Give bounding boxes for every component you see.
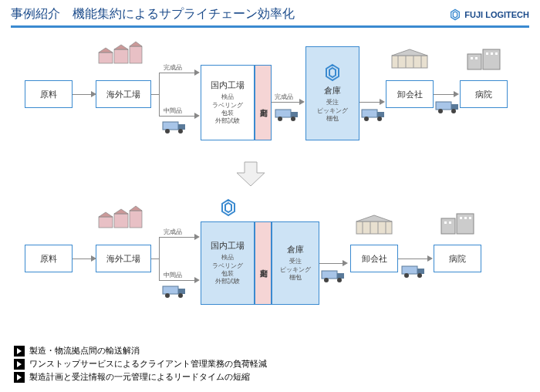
label-warehouse-sub: 受注 ピッキング 梱包 (280, 258, 311, 282)
svg-rect-33 (491, 52, 493, 55)
truck-icon (401, 265, 427, 279)
svg-rect-60 (441, 218, 455, 234)
arrow (159, 280, 194, 281)
fuji-logo-icon (219, 198, 238, 217)
label-warehouse-sub: 受注 ピッキング 梱包 (317, 99, 348, 123)
bullet-text: ワンストップサービスによるクライアント管理業務の負荷軽減 (29, 358, 267, 370)
svg-rect-0 (99, 52, 113, 63)
truck-icon (275, 108, 301, 122)
box-domestic: 国内工場 検品 ラベリング 包装 外部試験 (201, 221, 255, 305)
flow-before: 原料 海外工場 完成品 中間品 国内工場 検品 ラベリング 包装 外部試験 出荷… (11, 34, 529, 161)
svg-rect-29 (483, 49, 500, 69)
label-domestic: 国内工場 (211, 79, 245, 91)
arrow-head (427, 255, 433, 262)
label-warehouse: 倉庫 (287, 244, 304, 255)
svg-rect-65 (464, 217, 467, 219)
svg-rect-42 (163, 286, 178, 294)
svg-rect-47 (337, 273, 344, 279)
bullet-icon (14, 346, 25, 357)
brand-text: FUJI LOGITECH (464, 10, 529, 19)
label-raw: 原料 (40, 89, 57, 100)
arrow-head (380, 99, 385, 105)
down-arrow-icon (235, 161, 266, 188)
svg-point-49 (337, 278, 342, 282)
svg-rect-2 (130, 46, 142, 63)
label-raw: 原料 (40, 253, 57, 265)
box-hospital: 病院 (460, 80, 508, 108)
svg-rect-46 (322, 271, 337, 279)
svg-rect-64 (460, 217, 462, 219)
svg-rect-36 (99, 217, 113, 228)
arrow (151, 94, 159, 95)
box-overseas: 海外工場 (96, 245, 151, 272)
diagram-canvas: 原料 海外工場 完成品 中間品 国内工場 検品 ラベリング 包装 外部試験 出荷… (0, 28, 540, 332)
svg-rect-38 (130, 211, 142, 228)
svg-rect-25 (451, 104, 458, 110)
vline (159, 73, 160, 116)
box-wholesaler: 卸会社 (386, 80, 434, 108)
label-finished2: 完成品 (275, 93, 293, 101)
svg-marker-41 (130, 206, 142, 211)
fuji-logo-icon (449, 8, 461, 21)
label-wholesaler: 卸会社 (362, 253, 387, 265)
header: 事例紹介 機能集約によるサプライチェーン効率化 FUJI LOGITECH (0, 0, 540, 25)
svg-rect-28 (467, 54, 481, 69)
svg-rect-10 (275, 110, 291, 117)
svg-rect-56 (402, 266, 417, 274)
truck-icon (162, 285, 188, 299)
label-overseas: 海外工場 (106, 253, 140, 265)
arrow (73, 259, 91, 259)
arrow (159, 116, 194, 117)
label-intermediate: 中間品 (164, 106, 182, 115)
factory-icon (97, 204, 143, 229)
arrow (73, 94, 91, 95)
svg-marker-4 (114, 45, 128, 49)
svg-rect-32 (486, 52, 488, 55)
svg-rect-62 (444, 221, 447, 224)
svg-marker-5 (130, 42, 142, 46)
svg-rect-37 (114, 214, 128, 228)
svg-rect-14 (362, 110, 377, 117)
arrow-head (454, 91, 459, 97)
svg-rect-24 (436, 102, 451, 110)
svg-rect-18 (392, 56, 427, 68)
box-raw: 原料 (25, 245, 73, 272)
arrow (151, 259, 159, 259)
page-title: 事例紹介 機能集約によるサプライチェーン効率化 (11, 6, 295, 22)
arrow-head (194, 234, 200, 240)
svg-rect-31 (475, 57, 478, 59)
svg-marker-19 (392, 49, 427, 56)
arrow (319, 263, 343, 264)
svg-rect-57 (417, 269, 424, 274)
svg-rect-34 (495, 52, 498, 55)
arrow (359, 102, 380, 103)
bullet-icon (14, 372, 25, 383)
arrow (159, 73, 194, 73)
truck-icon (162, 120, 188, 134)
svg-point-16 (364, 117, 369, 121)
label-wholesaler: 卸会社 (397, 89, 423, 100)
arrow-head (194, 277, 200, 283)
svg-rect-6 (163, 122, 178, 130)
svg-rect-1 (114, 49, 128, 63)
box-wholesaler: 卸会社 (350, 245, 398, 272)
bullet-list: 製造・物流拠点間の輸送解消 ワンストップサービスによるクライアント管理業務の負荷… (14, 345, 267, 384)
warehouse-building-icon (390, 48, 429, 69)
bullet-icon (14, 359, 25, 370)
truck-icon (361, 108, 387, 122)
arrow (159, 237, 194, 238)
bullet-item: 製造・物流拠点間の輸送解消 (14, 345, 267, 357)
svg-rect-50 (356, 221, 392, 234)
arrow (398, 259, 427, 259)
box-overseas: 海外工場 (96, 80, 151, 108)
label-finished: 完成品 (164, 63, 182, 72)
svg-point-8 (165, 129, 170, 133)
svg-point-17 (377, 117, 382, 121)
hospital-building-icon (466, 48, 501, 71)
svg-point-12 (278, 117, 282, 121)
arrow-head (343, 260, 348, 266)
hospital-building-icon (440, 212, 475, 235)
factory-icon (97, 40, 143, 65)
label-domestic: 国内工場 (211, 240, 245, 252)
brand-logo: FUJI LOGITECH (449, 8, 529, 21)
